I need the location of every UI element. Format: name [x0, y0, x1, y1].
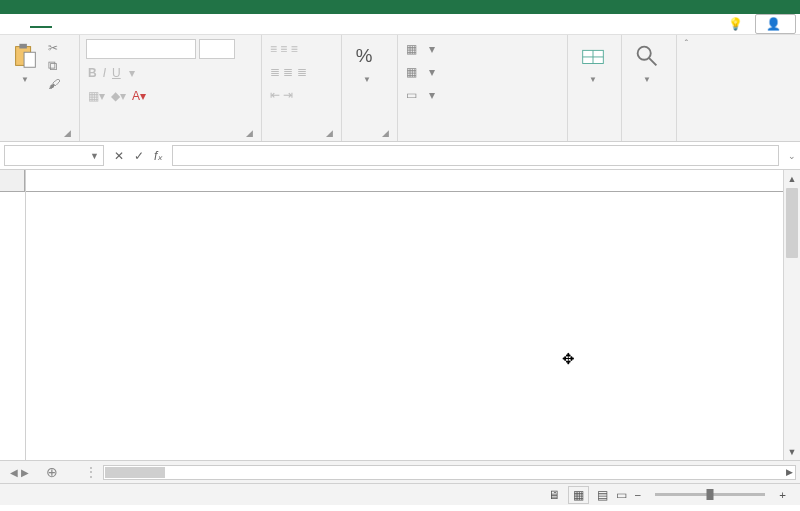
bold-button[interactable]: B: [88, 66, 97, 80]
ribbon-collapse-button[interactable]: ˆ: [676, 35, 696, 141]
cell-styles-button[interactable]: ▭ ▾: [404, 85, 437, 104]
cells-icon: [578, 41, 608, 71]
zoom-in-button[interactable]: +: [779, 489, 786, 501]
display-settings-button[interactable]: 🖥: [548, 489, 560, 501]
titlebar: [0, 0, 800, 14]
cancel-formula-button[interactable]: ✕: [114, 149, 124, 163]
view-page-layout-button[interactable]: ▤: [597, 488, 608, 502]
zoom-out-button[interactable]: −: [635, 489, 642, 501]
zoom-slider[interactable]: [655, 493, 765, 496]
select-all-corner[interactable]: [0, 170, 25, 192]
status-bar: 🖥 ▦ ▤ ▭ − +: [0, 483, 800, 505]
add-sheet-button[interactable]: ⊕: [39, 461, 65, 483]
group-label-editing: [628, 136, 670, 141]
paste-icon: [10, 41, 40, 71]
chevron-down-icon: ▼: [21, 75, 29, 84]
tab-data[interactable]: [118, 21, 140, 27]
chevron-down-icon: ▼: [589, 75, 597, 84]
scroll-thumb[interactable]: [786, 188, 798, 258]
tab-page-layout[interactable]: [74, 21, 96, 27]
table-icon: ▦: [406, 65, 417, 79]
svg-rect-2: [24, 52, 35, 67]
font-size-combo[interactable]: [199, 39, 235, 59]
share-button[interactable]: 👤: [755, 14, 796, 34]
format-as-table-button[interactable]: ▦ ▾: [404, 62, 437, 81]
group-cells: ▼: [568, 35, 622, 141]
valign-row[interactable]: ≡ ≡ ≡: [268, 39, 300, 58]
font-color-button[interactable]: A▾: [132, 89, 146, 103]
horizontal-scrollbar[interactable]: ◀ ▶: [103, 465, 796, 480]
ribbon: ▼ ✂ ⧉ 🖌 ◢ B I U ▾ ▦▾ ◆▾: [0, 35, 800, 142]
formula-bar-expand[interactable]: ⌄: [783, 142, 800, 169]
underline-button[interactable]: U: [112, 66, 121, 80]
chevron-down-icon[interactable]: ▼: [90, 151, 99, 161]
group-editing: ▼: [622, 35, 676, 141]
group-number: % ▼ ◢: [342, 35, 398, 141]
cond-format-icon: ▦: [406, 42, 417, 56]
chevron-down-icon: ▼: [643, 75, 651, 84]
indent-row[interactable]: ⇤ ⇥: [268, 85, 295, 104]
view-normal-button[interactable]: ▦: [568, 486, 589, 504]
scroll-up-icon[interactable]: ▲: [784, 170, 800, 187]
font-family-combo[interactable]: [86, 39, 196, 59]
view-page-break-button[interactable]: ▭: [616, 488, 627, 502]
tab-home[interactable]: [30, 20, 52, 28]
svg-text:%: %: [356, 45, 373, 66]
cut-icon[interactable]: ✂: [48, 41, 60, 55]
group-font: B I U ▾ ▦▾ ◆▾ A▾ ◢: [80, 35, 262, 141]
grid-area: ✥ ▲ ▼: [0, 170, 800, 460]
launcher-icon[interactable]: ◢: [64, 128, 71, 138]
enter-formula-button[interactable]: ✓: [134, 149, 144, 163]
share-icon: 👤: [766, 17, 781, 31]
tab-file[interactable]: [8, 21, 30, 27]
svg-point-7: [638, 47, 651, 60]
group-clipboard: ▼ ✂ ⧉ 🖌 ◢: [0, 35, 80, 141]
vertical-scrollbar[interactable]: ▲ ▼: [783, 170, 800, 460]
menubar: 💡 👤: [0, 14, 800, 35]
group-alignment: ≡ ≡ ≡ ≣ ≣ ≣ ⇤ ⇥ ◢: [262, 35, 342, 141]
name-box[interactable]: ▼: [4, 145, 104, 166]
column-headers: [26, 170, 783, 192]
tab-help[interactable]: [184, 21, 206, 27]
row-headers: [0, 170, 26, 460]
formula-input[interactable]: [172, 145, 779, 166]
sheet-nav[interactable]: ◀ ▶: [0, 461, 39, 483]
lightbulb-icon: 💡: [728, 17, 743, 31]
number-format-button[interactable]: % ▼: [348, 39, 386, 86]
italic-button[interactable]: I: [103, 66, 106, 80]
group-styles: ▦ ▾ ▦ ▾ ▭ ▾: [398, 35, 568, 141]
tab-review[interactable]: [140, 21, 162, 27]
halign-row[interactable]: ≣ ≣ ≣: [268, 62, 309, 81]
fx-button[interactable]: fₓ: [154, 149, 162, 163]
tab-view[interactable]: [162, 21, 184, 27]
svg-rect-1: [19, 44, 27, 49]
conditional-formatting-button[interactable]: ▦ ▾: [404, 39, 437, 58]
cursor-cross-icon: ✥: [562, 350, 575, 368]
paste-button[interactable]: ▼: [6, 39, 44, 86]
format-painter-icon[interactable]: 🖌: [48, 77, 60, 91]
percent-icon: %: [352, 41, 382, 71]
launcher-icon[interactable]: ◢: [382, 128, 389, 138]
copy-icon[interactable]: ⧉: [48, 58, 60, 74]
svg-line-8: [649, 58, 657, 66]
scroll-right-icon[interactable]: ▶: [786, 467, 793, 477]
scroll-thumb[interactable]: [105, 467, 165, 478]
tab-insert[interactable]: [52, 21, 74, 27]
tab-formula[interactable]: [96, 21, 118, 27]
find-icon: [632, 41, 662, 71]
scroll-down-icon[interactable]: ▼: [784, 443, 800, 460]
sheet-tab-bar: ◀ ▶ ⊕ ⋮ ◀ ▶: [0, 460, 800, 483]
cells-button[interactable]: ▼: [574, 39, 612, 86]
border-button[interactable]: ▦▾: [88, 89, 105, 103]
launcher-icon[interactable]: ◢: [326, 128, 333, 138]
chevron-down-icon: ▼: [363, 75, 371, 84]
splitbar[interactable]: ⋮: [85, 465, 103, 479]
formula-bar-row: ▼ ✕ ✓ fₓ ⌄: [0, 142, 800, 170]
tell-me[interactable]: 💡: [720, 17, 755, 31]
editing-button[interactable]: ▼: [628, 39, 666, 86]
group-label-cells: [574, 136, 615, 141]
launcher-icon[interactable]: ◢: [246, 128, 253, 138]
cell-style-icon: ▭: [406, 88, 417, 102]
monitor-icon: 🖥: [548, 489, 560, 501]
fill-color-button[interactable]: ◆▾: [111, 89, 126, 103]
